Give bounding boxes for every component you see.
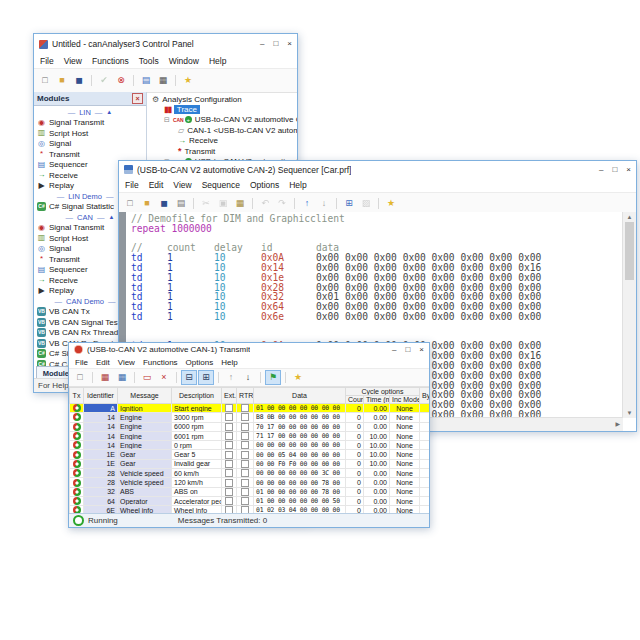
tx-toggle-icon[interactable] — [73, 497, 81, 505]
menu-help[interactable]: Help — [289, 180, 306, 190]
menu-file[interactable]: File — [40, 56, 54, 66]
cell-count[interactable]: 0 — [346, 459, 364, 468]
cell-message[interactable]: Engine — [118, 441, 172, 450]
cell-tx[interactable] — [70, 469, 84, 478]
close-button[interactable]: × — [419, 346, 424, 354]
cell-rtr[interactable] — [237, 459, 254, 468]
cell-ext[interactable] — [222, 487, 237, 496]
tree-item-usb-to-can-v2-automotive-can-1[interactable]: ⊟CAN+USB-to-CAN V2 automotive CAN-1 — [152, 115, 297, 125]
cell-ext[interactable] — [222, 450, 237, 459]
cell-message[interactable]: Engine — [118, 413, 172, 422]
move-down-icon[interactable]: ↓ — [316, 196, 332, 211]
tx-toggle-icon[interactable] — [73, 413, 81, 421]
tree-item-transmit[interactable]: *Transmit — [152, 146, 297, 156]
cell-rtr[interactable] — [237, 478, 254, 487]
cell-description[interactable]: ABS on — [172, 487, 222, 496]
modules-panel-close-icon[interactable]: × — [132, 93, 143, 104]
tree-root[interactable]: ⚙Analysis Configuration — [152, 94, 297, 104]
scrollbar-thumb[interactable] — [625, 222, 634, 280]
cell-byte[interactable] — [420, 413, 429, 422]
column-header-timems[interactable]: Time (ms) — [364, 396, 390, 404]
tree-item-can-1-usb-to-can-v2-automotive[interactable]: ▱CAN-1 <USB-to-CAN V2 automotive HW37134… — [152, 125, 297, 135]
menu-sequence[interactable]: Sequence — [202, 180, 240, 190]
rtr-checkbox[interactable] — [241, 423, 249, 431]
cell-description[interactable]: Start engine — [172, 404, 222, 413]
cell-description[interactable]: 0 rpm — [172, 441, 222, 450]
cell-ext[interactable] — [222, 431, 237, 440]
menu-help[interactable]: Help — [221, 358, 237, 367]
ext-checkbox[interactable] — [225, 479, 233, 487]
cell-description[interactable]: 3000 rpm — [172, 413, 222, 422]
edit-message-icon[interactable]: ▭ — [139, 370, 155, 385]
control-panel-titlebar[interactable]: Untitled - canAnalyser3 Control Panel – … — [34, 34, 297, 54]
cell-identifier[interactable]: 1E — [84, 459, 118, 468]
cell-byte[interactable] — [420, 404, 429, 413]
cell-byte[interactable] — [420, 431, 429, 440]
minimize-button[interactable]: – — [260, 40, 264, 48]
menu-file[interactable]: File — [75, 358, 88, 367]
menu-view[interactable]: View — [173, 180, 191, 190]
help-icon[interactable]: ★ — [383, 196, 399, 211]
cell-time[interactable]: 0.00 — [364, 478, 390, 487]
cell-description[interactable]: 120 km/h — [172, 478, 222, 487]
cell-count[interactable]: 0 — [346, 478, 364, 487]
rtr-checkbox[interactable] — [241, 441, 249, 449]
cell-time[interactable]: 0.00 — [364, 413, 390, 422]
cell-data[interactable]: 00 00 05 04 00 00 00 00 — [254, 450, 346, 459]
column-header-identifier[interactable]: Identifier — [84, 388, 118, 404]
cell-identifier[interactable]: 28 — [84, 478, 118, 487]
check-sequence-icon[interactable]: ⊞ — [341, 196, 357, 211]
cell-tx[interactable] — [70, 422, 84, 431]
cell-count[interactable]: 0 — [346, 450, 364, 459]
cell-identifier[interactable]: 32 — [84, 487, 118, 496]
rtr-checkbox[interactable] — [241, 460, 249, 468]
cell-rtr[interactable] — [237, 496, 254, 505]
new-file-icon[interactable]: □ — [37, 73, 53, 88]
cell-message[interactable]: Engine — [118, 422, 172, 431]
menu-view[interactable]: View — [118, 358, 135, 367]
cell-identifier[interactable]: 14 — [84, 441, 118, 450]
collapse-icon[interactable]: ▲ — [106, 109, 112, 115]
cell-ext[interactable] — [222, 404, 237, 413]
menu-options[interactable]: Options — [250, 180, 279, 190]
cell-ext[interactable] — [222, 496, 237, 505]
cell-inc-mode[interactable]: None — [390, 431, 420, 440]
column-header-message[interactable]: Message — [118, 388, 172, 404]
sequencer-titlebar[interactable]: (USB-to-CAN V2 automotive CAN-2) Sequenc… — [119, 161, 636, 178]
new-list-icon[interactable]: □ — [72, 370, 88, 385]
cell-identifier[interactable]: 1E — [84, 450, 118, 459]
cell-data[interactable]: 01 00 00 00 00 00 78 00 — [254, 487, 346, 496]
cell-count[interactable]: 0 — [346, 487, 364, 496]
cell-data[interactable]: 70 17 00 00 00 00 00 00 — [254, 422, 346, 431]
cell-tx[interactable] — [70, 478, 84, 487]
cell-byte[interactable] — [420, 469, 429, 478]
cell-inc-mode[interactable]: None — [390, 496, 420, 505]
close-button[interactable]: × — [287, 40, 292, 48]
cell-rtr[interactable] — [237, 404, 254, 413]
column-header-data[interactable]: Data — [254, 388, 346, 404]
rtr-checkbox[interactable] — [241, 451, 249, 459]
cell-rtr[interactable] — [237, 441, 254, 450]
transmit-row-14[interactable]: 14Engine3000 rpmB8 0B 00 00 00 00 00 000… — [70, 413, 430, 422]
cell-ext[interactable] — [222, 459, 237, 468]
cell-time[interactable]: 0.00 — [364, 496, 390, 505]
menu-options[interactable]: Options — [186, 358, 214, 367]
ext-checkbox[interactable] — [225, 432, 233, 440]
cell-rtr[interactable] — [237, 469, 254, 478]
column-header-tx[interactable]: Tx — [70, 388, 84, 404]
tx-toggle-icon[interactable] — [73, 460, 81, 468]
cell-tx[interactable] — [70, 496, 84, 505]
scroll-up-icon[interactable]: ▲ — [623, 214, 636, 220]
cell-message[interactable]: ABS — [118, 487, 172, 496]
expander-icon[interactable]: ⊟ — [164, 116, 170, 124]
move-down-icon[interactable]: ↓ — [240, 370, 256, 385]
close-button[interactable]: × — [626, 166, 631, 174]
cell-identifier[interactable]: 64 — [84, 496, 118, 505]
cell-tx[interactable] — [70, 413, 84, 422]
help-icon[interactable]: ★ — [180, 73, 196, 88]
ext-checkbox[interactable] — [225, 404, 233, 412]
add-message-icon[interactable]: ▦ — [97, 370, 113, 385]
cell-time[interactable]: 0.00 — [364, 422, 390, 431]
cell-byte[interactable] — [420, 450, 429, 459]
cell-byte[interactable] — [420, 496, 429, 505]
